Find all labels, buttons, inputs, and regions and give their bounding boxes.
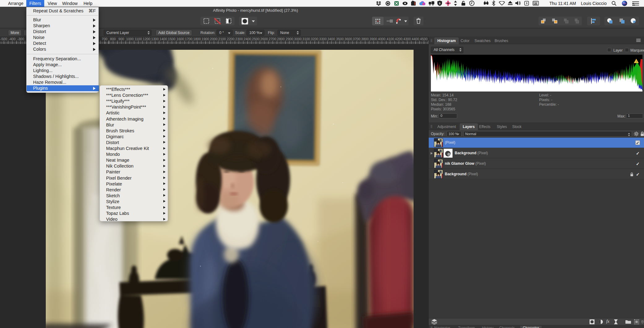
svg-text:5: 5	[439, 2, 440, 5]
svg-text:!: !	[636, 60, 637, 63]
